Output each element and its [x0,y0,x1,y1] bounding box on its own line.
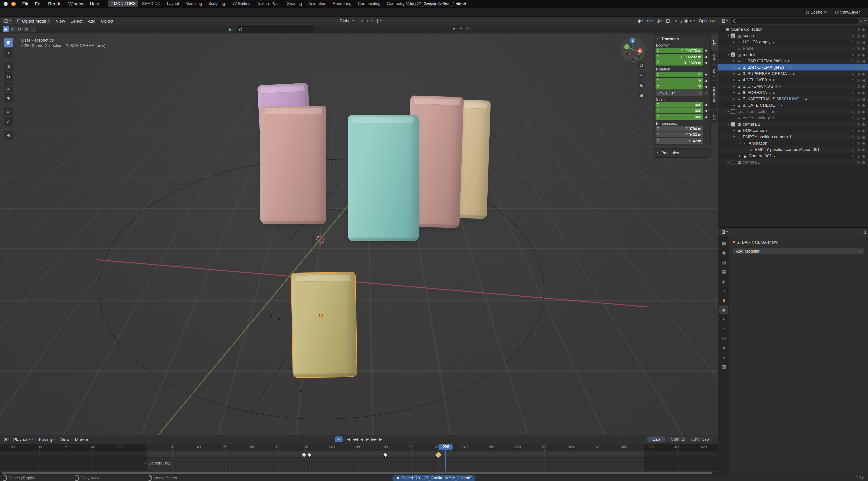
hide-in-viewport-eye-icon[interactable]: ◎ [857,27,860,31]
properties-tab-output[interactable]: ▤ [719,258,728,266]
transform-orientation-dropdown[interactable]: ○ Global ▾ [336,19,355,23]
timeline-menu-keying[interactable]: Keying▾ [36,437,58,442]
properties-subpanel[interactable]: ▸ Properties [653,148,711,158]
expand-arrow-icon[interactable]: ▸ [732,40,737,44]
workspace-tab-sculpting[interactable]: Sculpting [206,0,228,7]
scale-y-field[interactable]: Y1.000 [655,108,703,114]
outliner-row-scene[interactable]: ▾✓▤scene↖◎◉ [718,33,868,39]
expand-arrow-icon[interactable]: ▸ [732,72,737,75]
scale-z-field[interactable]: Z1.000 [655,114,703,120]
expand-arrow-icon[interactable]: ▸ [732,129,737,132]
hide-in-viewport-eye-icon[interactable]: ◎ [857,46,860,51]
outliner-row-lights-empty[interactable]: ▸+LIGHTS empty●↖◎◉ [718,39,868,45]
show-overlays[interactable]: ◎▾ [655,19,663,23]
current-frame-field[interactable]: 226 [647,436,665,442]
properties-tab-object[interactable]: ■ [719,296,728,304]
expand-arrow-icon[interactable]: ▸ [732,103,737,107]
animate-decorator-icon[interactable]: ◆ [704,49,708,53]
npanel-tab-tool[interactable]: Tool [711,51,717,64]
disable-in-renders-camera-icon[interactable]: ◉ [862,65,865,69]
select-set-button[interactable]: ▣ [3,26,9,32]
collection-checkbox[interactable]: ✓ [731,122,735,127]
disable-in-renders-camera-icon[interactable]: ◉ [862,34,865,38]
disable-in-renders-camera-icon[interactable]: ◉ [862,59,865,63]
menubar-menu-file[interactable]: File [20,0,32,8]
properties-tab-render[interactable]: ◉ [719,249,728,257]
tool-measure[interactable]: ∠ [4,117,13,127]
3d-cursor[interactable] [316,236,324,244]
new-scene-icon[interactable]: ⊞ [824,10,827,14]
unlink-scene-icon[interactable]: × [829,10,831,14]
animate-decorator-icon[interactable]: ◆ [704,55,708,59]
selectable-icon[interactable]: ↖ [851,91,855,95]
blenderkit-search-input[interactable] [237,26,314,33]
expand-arrow-icon[interactable]: ▸ [732,78,737,82]
expand-arrow-icon[interactable]: ▾ [732,135,737,139]
blender-logo-icon[interactable] [11,2,16,6]
selectable-icon[interactable]: ↖ [851,78,855,82]
select-invert-button[interactable]: ⊠ [23,26,29,32]
filter-icon[interactable]: ▽ [860,19,862,23]
npanel-tab-view[interactable]: View [711,65,717,81]
npanel-tab-edit[interactable]: Edit [711,110,717,123]
disable-in-renders-camera-icon[interactable]: ◉ [862,97,865,101]
location-x-field[interactable]: X0.000778 m [655,48,703,53]
selectable-icon[interactable]: ↖ [851,53,855,57]
animate-decorator-icon[interactable]: ◆ [704,73,708,76]
workspace-tab-animation[interactable]: Animation [306,0,329,7]
blenderkit-asset-type-icon[interactable]: ◆ [228,27,231,32]
hide-in-viewport-eye-icon[interactable]: ◎ [857,84,860,88]
tool-select-box[interactable]: ▣ [4,38,13,47]
collection-checkbox[interactable]: ✓ [731,33,735,38]
hide-in-viewport-eye-icon[interactable]: ◎ [857,34,860,38]
disable-in-renders-camera-icon[interactable]: ◉ [862,109,865,114]
add-modifier-dropdown[interactable]: Add Modifier ▾ [733,248,864,254]
viewport-menu-object[interactable]: Object [98,18,116,23]
tool-annotate[interactable]: ▱ [4,107,13,116]
timeline-menu-view[interactable]: View [58,437,72,442]
collection-checkbox[interactable] [731,160,735,164]
properties-tab-particles[interactable]: ∗ [719,315,728,323]
outliner-row-z-trash-collection[interactable]: ▸▤z_trash collection↖◎◉ [718,108,868,115]
tool-cursor[interactable]: + [4,49,13,58]
menubar-menu-help[interactable]: Help [87,0,102,8]
shading-material-preview[interactable]: ◕ [684,19,688,23]
rotation-mode-dropdown[interactable]: XYZ Euler ▾ [655,90,703,96]
outliner-row-empty-position-cameraaction-001[interactable]: ≡EMPTY position cameraAction.001↖◎◉ [718,147,868,153]
outliner-row-6-foresta[interactable]: ▸▲6. FORESTA◇▲↖◎◉ [718,90,868,96]
play-reverse-button[interactable]: ◀ [360,437,364,441]
disable-in-renders-camera-icon[interactable]: ◉ [862,135,865,139]
scene-selector[interactable]: ◍ Scene ⊞ × [806,9,831,14]
timeline-tracks[interactable]: ● Camera.001 [0,451,718,472]
outliner-row-plane[interactable]: ▱Plane↖◎◉ [718,45,868,52]
expand-arrow-icon[interactable]: ▸ [732,91,737,94]
editor-type-selector[interactable]: ◫▾ [2,18,13,24]
animate-decorator-icon[interactable]: ◆ [704,109,708,113]
selectable-icon[interactable]: ↖ [851,27,855,31]
jump-to-start-button[interactable]: |◀ [346,437,350,441]
workspace-tab-uv-editing[interactable]: UV Editing [229,0,253,7]
toggle-xray[interactable]: ◫ [665,19,671,23]
properties-editor-type[interactable]: ◨▾ [721,229,729,234]
toggle-ortho-button[interactable]: ⊞ [638,91,645,99]
shading-solid[interactable]: ◍ [678,19,684,23]
frame-end-field[interactable]: End 375 [690,436,712,442]
viewlayer-selector[interactable]: ▥ ViewLayer ⊞ [835,9,864,14]
properties-tab-view-layer[interactable]: ▦ [719,267,728,276]
location-z-field[interactable]: Z-0.11629 m [655,60,703,66]
viewport-menu-add[interactable]: Add [85,18,98,23]
disable-in-renders-camera-icon[interactable]: ◉ [862,129,865,133]
tool-add-cube[interactable]: ⊞ [4,131,13,140]
auto-keying-toggle[interactable]: ● [335,436,343,442]
hide-in-viewport-eye-icon[interactable]: ◎ [857,160,860,164]
expand-arrow-icon[interactable]: ▾ [726,34,731,37]
visibility-dropdown[interactable]: ◉▾ [637,19,644,23]
collection-checkbox[interactable]: ✓ [731,53,735,57]
menubar-menu-window[interactable]: Window [66,0,87,8]
properties-tab-material[interactable]: ◕ [719,353,728,361]
timeline-ruler[interactable]: -100-80-60-40-20020406080100120140160180… [0,444,718,451]
move-view-button[interactable]: + [638,71,645,79]
disable-in-renders-camera-icon[interactable]: ◉ [862,40,865,44]
properties-tab-modifiers[interactable]: ◆ [719,306,728,314]
animate-decorator-icon[interactable]: ◆ [704,103,708,106]
